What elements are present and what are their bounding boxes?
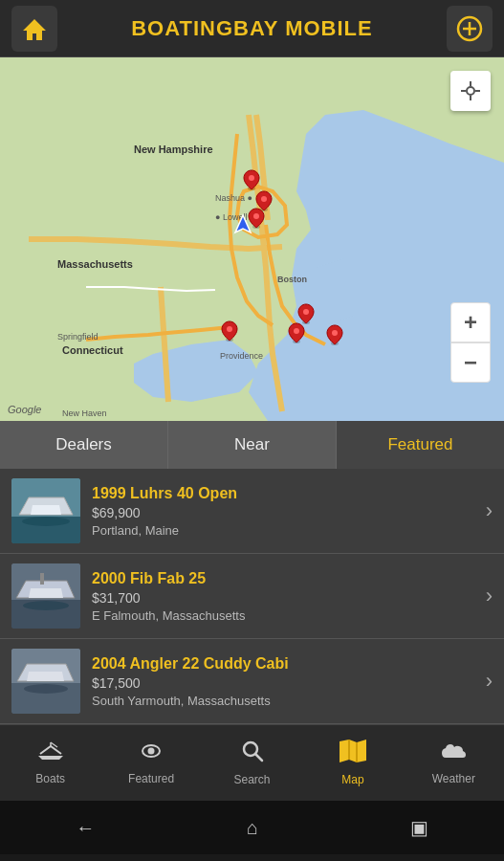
nav-search[interactable]: Search — [202, 740, 302, 786]
listing-location: South Yarmouth, Massachusetts — [92, 694, 478, 708]
android-home-button[interactable]: ⌂ — [247, 817, 258, 839]
listing-info: 1999 Luhrs 40 Open $69,900 Portland, Mai… — [92, 485, 478, 538]
svg-text:New Haven: New Haven — [62, 408, 107, 418]
listing-title: 2000 Fib Fab 25 — [92, 570, 478, 587]
svg-point-22 — [303, 309, 309, 315]
listing-price: $69,900 — [92, 505, 478, 520]
map-label: Map — [341, 773, 363, 786]
boats-icon — [38, 740, 63, 767]
app-header: BOATINGBAY MOBILE — [0, 0, 504, 57]
search-icon — [241, 740, 264, 768]
home-button[interactable] — [11, 6, 57, 52]
svg-text:Boston: Boston — [277, 275, 307, 284]
listing-title: 2004 Angler 22 Cuddy Cabi — [92, 655, 478, 673]
svg-rect-39 — [40, 573, 44, 585]
listing-thumbnail — [11, 478, 80, 543]
android-recent-button[interactable]: ▣ — [410, 816, 428, 839]
listing-location: E Falmouth, Massachusetts — [92, 608, 478, 623]
zoom-in-button[interactable]: + — [450, 302, 491, 342]
listing-arrow: › — [486, 498, 493, 523]
weather-label: Weather — [432, 772, 475, 785]
weather-icon — [440, 740, 467, 767]
svg-text:Springfield: Springfield — [57, 332, 99, 342]
listing-item[interactable]: 2000 Fib Fab 25 $31,700 E Falmouth, Mass… — [0, 554, 504, 639]
map-icon — [340, 740, 366, 768]
svg-point-15 — [249, 175, 254, 181]
svg-point-19 — [253, 213, 259, 219]
svg-marker-49 — [340, 740, 366, 762]
svg-text:Nashua ●: Nashua ● — [215, 193, 252, 203]
boats-label: Boats — [35, 772, 65, 785]
svg-point-17 — [261, 196, 267, 202]
svg-point-46 — [148, 748, 155, 755]
listing-item[interactable]: 2004 Angler 22 Cuddy Cabi $17,500 South … — [0, 639, 504, 724]
svg-text:New Hampshire: New Hampshire — [134, 144, 213, 155]
svg-marker-0 — [23, 19, 46, 40]
tab-near[interactable]: Near — [168, 421, 337, 469]
listing-price: $31,700 — [92, 590, 478, 606]
tab-dealers[interactable]: Dealers — [0, 421, 168, 469]
svg-text:Providence: Providence — [220, 351, 263, 361]
app-title: BOATINGBAY MOBILE — [131, 16, 373, 41]
featured-label: Featured — [128, 772, 174, 785]
listing-arrow: › — [486, 669, 493, 694]
svg-point-36 — [22, 517, 70, 526]
nav-featured[interactable]: Featured — [100, 740, 201, 785]
search-label: Search — [234, 773, 271, 786]
android-navigation-bar: ← ⌂ ▣ — [0, 801, 504, 854]
add-button[interactable] — [447, 6, 493, 52]
listing-info: 2004 Angler 22 Cuddy Cabi $17,500 South … — [92, 655, 478, 708]
tabs-bar: Dealers Near Featured — [0, 421, 504, 469]
listing-title: 1999 Luhrs 40 Open — [92, 485, 478, 502]
svg-text:Connecticut: Connecticut — [62, 344, 123, 356]
listing-item[interactable]: 1999 Luhrs 40 Open $69,900 Portland, Mai… — [0, 469, 504, 554]
home-icon — [21, 15, 48, 42]
tab-featured[interactable]: Featured — [337, 421, 504, 469]
svg-point-26 — [332, 330, 338, 336]
listings-panel: 1999 Luhrs 40 Open $69,900 Portland, Mai… — [0, 469, 504, 724]
android-back-button[interactable]: ← — [76, 817, 95, 839]
svg-line-48 — [255, 755, 262, 762]
location-icon — [459, 79, 482, 102]
listing-thumbnail — [11, 563, 80, 629]
nav-boats[interactable]: Boats — [0, 740, 100, 785]
svg-text:Massachusetts: Massachusetts — [57, 258, 133, 270]
listing-arrow: › — [486, 584, 493, 608]
zoom-controls: + − — [450, 302, 491, 383]
zoom-out-button[interactable]: − — [450, 342, 491, 383]
listing-location: Portland, Maine — [92, 523, 478, 538]
svg-point-24 — [294, 328, 299, 334]
bottom-navigation: Boats Featured Search Map — [0, 724, 504, 801]
svg-point-43 — [24, 684, 68, 694]
nav-weather[interactable]: Weather — [404, 740, 504, 785]
listing-info: 2000 Fib Fab 25 $31,700 E Falmouth, Mass… — [92, 570, 478, 623]
listing-price: $17,500 — [92, 675, 478, 691]
google-attribution: Google — [8, 404, 41, 415]
listing-thumbnail — [11, 649, 80, 714]
location-button[interactable] — [450, 71, 491, 111]
nav-map[interactable]: Map — [302, 740, 403, 786]
svg-point-29 — [467, 87, 474, 95]
map-view[interactable]: New Hampshire Massachusetts Connecticut … — [0, 57, 504, 421]
featured-icon — [139, 740, 164, 767]
add-icon — [456, 15, 483, 42]
svg-point-28 — [227, 326, 232, 332]
svg-point-40 — [23, 601, 69, 610]
